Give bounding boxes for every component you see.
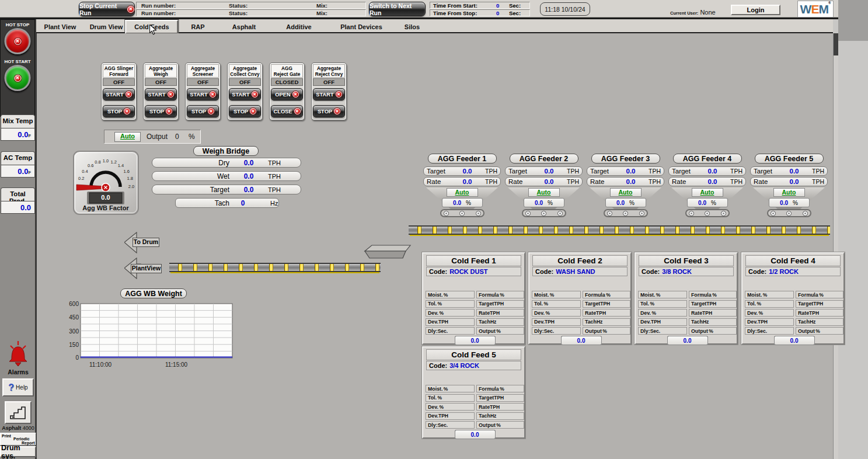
feeder-belt [767, 209, 811, 217]
roller-icon [639, 211, 644, 216]
start-button[interactable]: START✕ [229, 88, 261, 100]
field-output: Output0.0% [583, 327, 630, 335]
tab-additive[interactable]: Additive [281, 22, 316, 32]
tach-value: 0 [229, 199, 256, 207]
tab-plant-devices[interactable]: Plant Devices [336, 22, 387, 32]
interlock-icon: ✕ [294, 108, 301, 114]
mix-temp-value: 0.0F [1, 128, 35, 141]
stop-button[interactable]: STOP✕ [103, 105, 135, 117]
field-tach: Tach0Hz [689, 318, 737, 326]
cold-feed-3-panel: Cold Feed 3 Code:3/8 ROCK Moist.0.00% Fo… [635, 252, 738, 345]
logo-registered-mark: ® [828, 1, 831, 5]
cold-feed-code: Code:3/8 ROCK [639, 267, 734, 276]
scrollbar-thumb[interactable] [834, 33, 838, 55]
tab-asphalt[interactable]: Asphalt [228, 22, 260, 32]
agg-wb-factor-gauge: 0.0 0.2 0.4 0.6 0.8 1.0 1.2 1.4 1.6 1.8 … [73, 151, 139, 215]
start-button[interactable]: START✕ [103, 88, 135, 100]
equipment-panel-agg-slinger: AGG SlingerForward OFF START✕ STOP✕ [101, 62, 137, 120]
start-button[interactable]: START✕ [187, 88, 219, 100]
ac-temp-label: AC Temp [1, 151, 35, 165]
login-button[interactable]: Login [731, 5, 780, 15]
close-button[interactable]: CLOSE✕ [271, 105, 303, 117]
stop-button[interactable]: STOP✕ [145, 105, 177, 117]
equipment-name: AGG SlingerForward [103, 64, 135, 78]
interlock-icon: ✕ [126, 91, 132, 98]
logo-letter-e: E [811, 2, 818, 16]
ac-temp-unit: F [28, 170, 31, 175]
field-dev-pct: Dev.0.00% [426, 403, 475, 411]
field-output: Output0.0% [796, 327, 843, 335]
output-value: 0 [175, 133, 179, 141]
time-from-stop-value: 0 [496, 10, 499, 16]
feeder-auto-button[interactable]: Auto [528, 188, 560, 197]
asphalt-plant-button[interactable] [5, 401, 32, 424]
feeder-auto-button[interactable]: Auto [773, 188, 805, 197]
field-dev-pct: Dev.0.00% [745, 309, 794, 317]
hot-start-button[interactable]: ✕ [5, 65, 31, 91]
equipment-status: CLOSED [271, 78, 303, 86]
alarms-label: Alarms [0, 368, 36, 375]
tab-plant-view[interactable]: Plant View [40, 22, 81, 32]
code-value: ROCK DUST [449, 268, 487, 275]
row-unit: TPH [268, 159, 301, 166]
field-dev-tph: Dev.0.0TPH [426, 412, 475, 420]
gauge-tick: 0.2 [78, 176, 84, 181]
switch-next-run-button[interactable]: Switch to Next Run [369, 2, 426, 16]
target-value: 0.0 [534, 168, 564, 175]
open-button[interactable]: OPEN✕ [271, 88, 303, 100]
run-info-panel: Run number: Status: Mix: Run number: Sta… [136, 2, 366, 16]
to-drum-nav[interactable]: To Drum [124, 232, 161, 253]
stop-button[interactable]: STOP✕ [229, 105, 261, 117]
vertical-scrollbar[interactable] [833, 33, 838, 459]
plant-view-nav[interactable]: PlantView [124, 258, 162, 279]
interlock-icon: ✕ [208, 108, 214, 114]
feeder-auto-button[interactable]: Auto [692, 188, 723, 197]
equipment-name: AggregateCollect Cnvy [229, 64, 261, 78]
field-dev-tph: Dev.0.0TPH [532, 318, 581, 326]
agg-feeder-3: AGG Feeder 3 Target0.0TPH Rate0.0TPH Aut… [587, 153, 664, 218]
stop-current-run-button[interactable]: Stop Current Run✕ [79, 2, 135, 16]
feeder-rate-row: Rate0.0TPH [587, 177, 664, 186]
field-dev-pct: Dev.0.00% [426, 309, 475, 317]
feeder-belt [522, 209, 566, 217]
tab-rap[interactable]: RAP [186, 22, 209, 32]
field-rate: Rate0.0TPH [476, 403, 524, 411]
alarm-bell-icon[interactable] [6, 339, 30, 367]
equipment-status: OFF [103, 78, 135, 86]
cold-feed-fields: Moist.0.00% Formula0.00% Tol.0.00% Targe… [426, 291, 524, 335]
mix-temp-unit: F [28, 133, 31, 138]
row-label: Target [152, 186, 229, 194]
tab-silos[interactable]: Silos [400, 22, 424, 32]
feeder-target-row: Target0.0TPH [750, 166, 828, 176]
roller-icon [721, 211, 726, 216]
drum-sys-button[interactable]: Drum sys. [0, 446, 36, 457]
field-dev-pct: Dev.0.00% [532, 309, 581, 317]
hot-stop-button[interactable]: ✕ [5, 28, 31, 54]
row-value: 0.0 [229, 186, 268, 194]
total-prod-label: Total Prod. [1, 187, 35, 201]
total-prod-value: 0.0 [1, 201, 35, 214]
stop-button[interactable]: STOP✕ [187, 105, 219, 117]
rate-value: 0.0 [698, 178, 727, 185]
help-button[interactable]: ? Help [2, 378, 34, 397]
tab-drum-view[interactable]: Drum View [85, 22, 128, 32]
feeder-auto-button[interactable]: Auto [447, 188, 478, 197]
roller-icon [525, 211, 531, 216]
field-target: Target0.0TPH [476, 300, 524, 308]
feeder-title: AGG Feeder 4 [673, 154, 742, 164]
mix-label: Mix: [316, 2, 327, 9]
auto-mode-button[interactable]: Auto [114, 132, 141, 142]
cold-feed-fields: Moist.0.00% Formula0.00% Tol.0.00% Targe… [745, 291, 843, 335]
output-control: Auto Output 0 % [104, 130, 201, 144]
field-dly: Dly:0.00Sec. [638, 327, 687, 335]
chart-title: AGG WB Weight [120, 288, 187, 298]
weigh-bridge-tach-row: Tach 0 Hz [175, 198, 279, 208]
feeder-auto-button[interactable]: Auto [610, 188, 642, 197]
field-rate: Rate0.0TPH [689, 309, 737, 317]
start-button[interactable]: START✕ [145, 88, 177, 100]
field-tach: Tach0Hz [796, 318, 843, 326]
field-moist: Moist.0.00% [426, 385, 475, 392]
roller-icon [476, 211, 481, 216]
start-button[interactable]: START✕ [313, 88, 345, 100]
stop-button[interactable]: STOP✕ [313, 105, 345, 117]
